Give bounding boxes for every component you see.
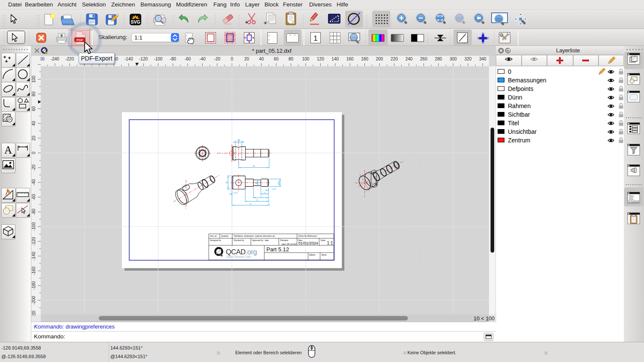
svg-text:Filename: Filename — [280, 239, 289, 241]
svg-text:140: 140 — [331, 57, 339, 61]
svg-text:Ø8: Ø8 — [237, 139, 240, 142]
svg-text:-60: -60 — [185, 57, 191, 61]
svg-text:50: 50 — [249, 203, 252, 205]
svg-text:Checked by: Checked by — [234, 239, 244, 241]
svg-text:Quantity: Quantity — [221, 235, 229, 237]
svg-text:160: 160 — [346, 57, 354, 61]
svg-text:-220: -220 — [65, 57, 74, 61]
svg-text:220: 220 — [391, 57, 398, 61]
svg-text:-140: -140 — [31, 252, 36, 260]
svg-text:part_05.12.dxf: part_05.12.dxf — [282, 243, 297, 245]
svg-text:200: 200 — [376, 57, 383, 61]
svg-text:-200: -200 — [31, 296, 36, 305]
svg-text:-80: -80 — [31, 208, 36, 215]
svg-text:1x45°: 1x45° — [272, 188, 277, 190]
svg-text:-100: -100 — [154, 57, 162, 61]
svg-text:80: 80 — [289, 57, 294, 61]
svg-text:20: 20 — [31, 136, 36, 141]
svg-text:Scale: Scale — [321, 239, 326, 241]
svg-text:10 < 100: 10 < 100 — [474, 316, 495, 322]
svg-text:Title/Name, destination, mater: Title/Name, destination, material, dimen… — [234, 235, 275, 237]
svg-text:-40: -40 — [199, 57, 206, 61]
svg-text:-20: -20 — [31, 164, 36, 171]
svg-text:40: 40 — [259, 57, 264, 61]
svg-text:Article No./Reference: Article No./Reference — [298, 235, 317, 237]
svg-text:120: 120 — [317, 57, 324, 61]
svg-text:100: 100 — [31, 75, 36, 83]
svg-text:Ø8: Ø8 — [255, 181, 258, 184]
svg-text:60: 60 — [274, 57, 279, 61]
svg-text:41: 41 — [253, 165, 255, 167]
svg-text:-80: -80 — [170, 57, 176, 61]
svg-text:300: 300 — [450, 57, 457, 61]
svg-text:-60: -60 — [31, 194, 36, 200]
svg-text:Item ref: Item ref — [210, 235, 217, 237]
svg-text:-20: -20 — [214, 57, 221, 61]
svg-text:18: 18 — [226, 181, 228, 184]
svg-text:1x45°: 1x45° — [233, 192, 238, 194]
svg-text:-180: -180 — [31, 281, 36, 290]
svg-text:Sheet: Sheet — [322, 254, 327, 256]
svg-text:-40: -40 — [31, 179, 36, 186]
svg-text:Designed by: Designed by — [210, 239, 221, 241]
svg-text:Approved by - date: Approved by - date — [252, 239, 269, 241]
svg-text:-120: -120 — [139, 57, 148, 61]
svg-text:-240: -240 — [51, 57, 59, 61]
svg-text:340: 340 — [479, 57, 486, 61]
svg-text:0: 0 — [231, 57, 233, 61]
svg-text:180: 180 — [361, 57, 368, 61]
svg-text:Open Source CAD: Open Source CAD — [226, 255, 251, 259]
svg-text:240: 240 — [405, 57, 413, 61]
svg-text:20: 20 — [244, 57, 249, 61]
svg-text:11: 11 — [264, 192, 266, 194]
svg-text:37: 37 — [256, 199, 258, 201]
svg-text:260: 260 — [420, 57, 428, 61]
svg-text:-100: -100 — [31, 222, 36, 231]
svg-text:100: 100 — [302, 57, 310, 61]
svg-text:QCAD.org: QCAD.org — [226, 248, 257, 256]
svg-text:0: 0 — [31, 151, 36, 154]
svg-text:60: 60 — [31, 106, 36, 111]
svg-text:320: 320 — [465, 57, 472, 61]
svg-text:280: 280 — [435, 57, 442, 61]
svg-text:80: 80 — [31, 91, 36, 97]
svg-text:-140: -140 — [125, 57, 133, 61]
svg-text:21: 21 — [260, 195, 262, 197]
svg-text:1:1: 1:1 — [327, 241, 333, 245]
svg-text:-120: -120 — [31, 237, 36, 245]
svg-text:Edition: Edition — [310, 254, 316, 256]
svg-text:Part 5.12: Part 5.12 — [267, 246, 289, 253]
svg-text:01/01/2024: 01/01/2024 — [298, 241, 318, 245]
svg-text:-160: -160 — [31, 266, 36, 275]
svg-text:40: 40 — [31, 121, 36, 126]
svg-text:Ø10: Ø10 — [278, 181, 280, 184]
